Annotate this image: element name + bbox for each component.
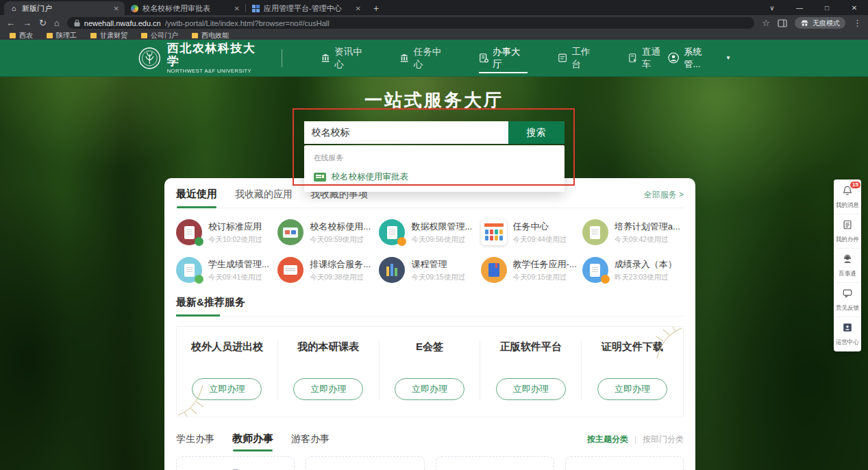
university-logo[interactable]: 西北农林科技大学 NORTHWEST A&F UNIVERSITY [138, 42, 282, 75]
new-tab-button[interactable]: + [373, 3, 379, 14]
app-icon-grade-entry [582, 257, 608, 283]
app-item[interactable]: 课程管理 今天09:15使用过 [379, 255, 480, 285]
forward-icon[interactable]: → [23, 18, 32, 27]
handle-now-button[interactable]: 立即办理 [395, 378, 464, 400]
tab-close-icon[interactable]: ✕ [234, 5, 240, 12]
reload-icon[interactable]: ↻ [39, 18, 47, 27]
search-area: 搜索 在线服务 校名校标使用审批表 [304, 121, 565, 144]
sort-by-topic-link[interactable]: 按主题分类 [587, 434, 628, 445]
logo-divider [282, 49, 282, 67]
search-suggestions-dropdown: 在线服务 校名校标使用审批表 [304, 145, 565, 192]
handle-now-button[interactable]: 立即办理 [496, 378, 566, 400]
sidebar-item-my-tasks[interactable]: 我的办件 [834, 214, 861, 248]
handle-now-button[interactable]: 立即办理 [293, 378, 363, 400]
folder-icon [90, 33, 97, 38]
side-panel-icon[interactable] [778, 18, 787, 28]
tab-close-icon[interactable]: ✕ [356, 5, 361, 12]
app-icon-document [582, 219, 608, 245]
tab-search-icon[interactable]: ∨ [758, 0, 786, 15]
service-cell: E会签 立即办理 [380, 341, 481, 400]
folder-icon [141, 33, 147, 38]
category-card[interactable]: 研 [436, 456, 554, 470]
bookmark-item[interactable]: 西电效能 [192, 31, 229, 40]
recommended-services-card: 校外人员进出校 立即办理 我的本研课表 立即办理 E会签 立即办理 正版软件平台… [176, 326, 684, 417]
close-button[interactable]: ✕ [841, 0, 868, 15]
services-tabs: 学生办事 教师办事 游客办事 按主题分类 按部门分类 [176, 432, 684, 445]
folder-icon [10, 33, 16, 38]
address-bar[interactable]: newehall.nwafu.edu.cn/ywtb-portal/Lite/i… [67, 17, 755, 29]
service-title: 校外人员进出校 [177, 341, 277, 354]
sidebar-item-helpdesk[interactable]: 百事通 [834, 248, 861, 282]
sidebar-item-messages[interactable]: 15 我的消息 [834, 180, 861, 214]
page-title: 一站式服务大厅 [0, 88, 868, 112]
handle-now-button[interactable]: 立即办理 [597, 378, 667, 400]
incognito-badge: 无痕模式 [795, 17, 845, 29]
app-item[interactable]: 任务中心 今天09:44使用过 [481, 217, 582, 247]
main-navigation: 资讯中心 任务中心 办事大厅 工作台 [321, 40, 668, 77]
app-item[interactable]: 教学任务应用-... 今天09:15使用过 [481, 255, 582, 285]
app-item[interactable]: 成绩录入（本） 昨天23:03使用过 [582, 255, 684, 285]
tab-title: 应用管理平台-管理中心 [264, 3, 351, 14]
browser-tab-portal[interactable]: ⌂ 新版门户 ✕ [4, 1, 125, 15]
bookmark-item[interactable]: 西农 [10, 31, 33, 40]
tab-favorite-apps[interactable]: 我收藏的应用 [235, 188, 293, 201]
sort-by-department-link[interactable]: 按部门分类 [643, 434, 684, 445]
folder-icon [47, 33, 53, 38]
service-cell: 我的本研课表 立即办理 [278, 341, 380, 400]
category-card[interactable] [176, 456, 295, 470]
flask-icon [220, 467, 251, 470]
suggestion-group-label: 在线服务 [304, 145, 565, 169]
message-count-badge: 15 [850, 182, 860, 188]
home-icon[interactable]: ⌂ [54, 18, 60, 27]
service-category-cards: 研 [176, 456, 684, 470]
app-item[interactable]: 排课综合服务... 今天09:38使用过 [277, 255, 379, 285]
tab-title: 新版门户 [22, 3, 110, 14]
nav-service-hall[interactable]: 办事大厅 [479, 40, 528, 77]
tab-visitor-services[interactable]: 游客办事 [291, 433, 330, 445]
tab-close-icon[interactable]: ✕ [114, 5, 119, 12]
minimize-button[interactable]: — [786, 0, 813, 15]
menu-icon[interactable]: ⋮ [853, 18, 862, 27]
app-item[interactable]: 学生成绩管理... 今天09:41使用过 [176, 255, 277, 285]
bookmark-item[interactable]: 甘肃财贸 [90, 31, 127, 40]
search-button[interactable]: 搜索 [508, 121, 565, 144]
search-input[interactable] [304, 121, 508, 144]
sidebar-item-operations-center[interactable]: 运营中心 [834, 317, 861, 351]
nav-task-center[interactable]: 任务中心 [399, 40, 448, 77]
bookmark-item[interactable]: 公司门户 [141, 31, 178, 40]
category-card[interactable] [565, 456, 684, 470]
browser-tab-approval-form[interactable]: 校名校标使用审批表 ✕ [125, 1, 245, 15]
nav-workbench[interactable]: 工作台 [558, 40, 598, 77]
category-card[interactable] [306, 456, 424, 470]
suggestion-item[interactable]: 校名校标使用审批表 [304, 169, 565, 185]
app-item[interactable]: 校名校标使用... 今天09:59使用过 [277, 217, 379, 247]
bookmark-star-icon[interactable]: ☆ [762, 18, 770, 27]
bookmark-item[interactable]: 陕理工 [47, 31, 77, 40]
site-header: 西北农林科技大学 NORTHWEST A&F UNIVERSITY 资讯中心 任… [0, 40, 868, 77]
branch-decoration [634, 327, 682, 358]
chevron-down-icon: ▼ [726, 55, 731, 61]
tab-student-services[interactable]: 学生办事 [176, 433, 214, 445]
university-emblem-icon [138, 47, 161, 70]
app-item[interactable]: 培养计划管理a... 今天09:42使用过 [582, 217, 684, 247]
id-card-icon [842, 322, 853, 333]
sidebar-item-feedback[interactable]: 意见反馈 [834, 282, 861, 317]
section-title: 最新&推荐服务 [176, 296, 245, 308]
browser-tab-admin-center[interactable]: 应用管理平台-管理中心 ✕ [246, 1, 367, 15]
back-icon[interactable]: ← [6, 18, 15, 27]
app-item[interactable]: 数据权限管理... 今天09:56使用过 [379, 217, 480, 247]
restore-button[interactable]: □ [813, 0, 841, 15]
tab-teacher-services[interactable]: 教师办事 [232, 432, 273, 445]
user-menu[interactable]: 系统管... ▼ [668, 46, 731, 71]
suitcase-icon [349, 467, 381, 470]
all-services-link[interactable]: 全部服务 > [644, 189, 684, 201]
app-item[interactable]: 校订标准应用 今天10:02使用过 [176, 217, 277, 247]
folder-icon [192, 33, 198, 38]
nav-express[interactable]: 直通车 [628, 40, 669, 77]
grid-favicon-icon [251, 4, 260, 12]
nav-news-center[interactable]: 资讯中心 [321, 40, 369, 77]
document-icon [842, 219, 853, 230]
tab-recently-used[interactable]: 最近使用 [176, 188, 217, 201]
recent-apps-grid: 校订标准应用 今天10:02使用过 校名校标使用... 今天09:59使用过 数… [176, 217, 684, 285]
headset-person-icon [842, 253, 853, 264]
